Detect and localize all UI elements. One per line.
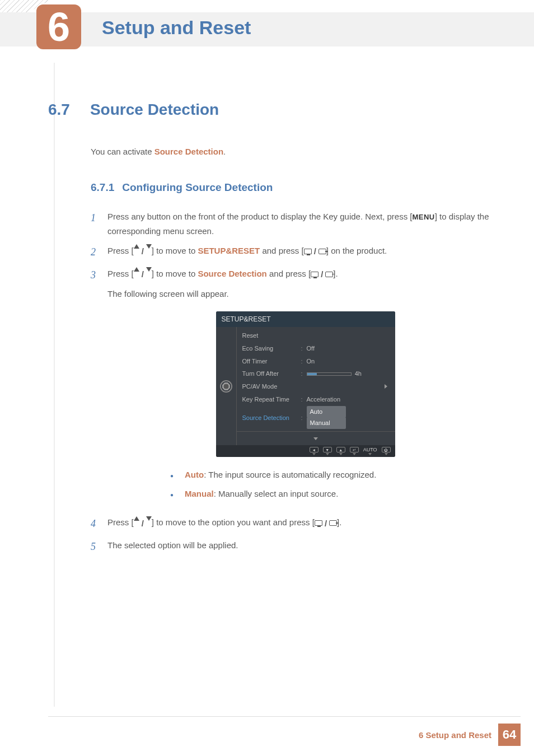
step-4: 4 Press [/] to move to the option you wa… [91, 515, 503, 533]
term-auto: Auto [185, 470, 204, 479]
osd-btn-back: ◄ [310, 447, 318, 455]
page-number: 64 [498, 724, 521, 746]
osd-btn-down: ▼ [323, 447, 332, 455]
step-number: 3 [91, 267, 107, 510]
osd-screenshot: SETUP&RESET Reset Eco Saving:Off Off Tim… [107, 311, 503, 458]
step-number: 5 [91, 538, 107, 556]
footer-chapter-label: 6 Setup and Reset [419, 730, 491, 740]
bullet-manual: ● Manual: Manually select an input sourc… [170, 487, 503, 501]
osd-footer-buttons: ◄ ▼ ▲ ↵ AUTO ⏻ [216, 445, 395, 457]
menu-button-label: MENU [412, 213, 434, 221]
step-number: 2 [91, 244, 107, 261]
page-footer: 6 Setup and Reset 64 [48, 716, 521, 746]
osd-title: SETUP&RESET [216, 311, 395, 327]
intro-paragraph: You can activate Source Detection. [91, 147, 503, 156]
step-list: 1 Press any button on the front of the p… [91, 209, 503, 556]
section-title: Source Detection [90, 101, 219, 118]
osd-option-manual: Manual [307, 417, 346, 429]
step-number: 4 [91, 515, 107, 533]
osd-btn-enter: ↵ [350, 447, 359, 455]
up-down-icon: / [134, 267, 152, 282]
osd-option-auto: Auto [307, 406, 346, 418]
chapter-title: Setup and Reset [102, 17, 251, 39]
step-body: Press [/] to move to the option you want… [107, 515, 503, 533]
osd-row-pcav: PC/AV Mode [237, 380, 395, 393]
step-body: Press [/] to move to SETUP&RESET and pre… [107, 244, 503, 261]
slider-track [307, 372, 352, 376]
subsection-heading: 6.7.1Configuring Source Detection [91, 181, 503, 194]
osd-btn-power: ⏻ [382, 447, 391, 455]
osd-btn-up: ▲ [336, 447, 345, 455]
chapter-number-badge: 6 [36, 4, 81, 49]
step-5: 5 The selected option will be applied. [91, 538, 503, 556]
up-down-icon: / [134, 244, 152, 259]
osd-btn-auto: AUTO [363, 447, 377, 455]
step-3: 3 Press [/] to move to Source Detection … [91, 267, 503, 510]
step-body: The selected option will be applied. [107, 538, 503, 556]
step-1: 1 Press any button on the front of the p… [91, 209, 503, 238]
section-number: 6.7 [48, 101, 70, 118]
osd-row-sourcedetection: Source Detection:AutoManual [237, 405, 395, 430]
subsection-title: Configuring Source Detection [122, 181, 273, 193]
bullet-auto: ● Auto: The input source is automaticall… [170, 468, 503, 482]
main-content: 6.7Source Detection You can activate Sou… [48, 101, 503, 561]
step-2: 2 Press [/] to move to SETUP&RESET and p… [91, 244, 503, 261]
term-source-detection: Source Detection [198, 269, 266, 278]
osd-more-indicator [237, 431, 395, 444]
osd-row-turnoffafter: Turn Off After: 4h [237, 367, 395, 380]
step-body: Press [/] to move to Source Detection an… [107, 267, 503, 510]
term-setup-reset: SETUP&RESET [198, 246, 260, 255]
step-number: 1 [91, 209, 107, 238]
step-body: Press any button on the front of the pro… [107, 209, 503, 238]
section-heading: 6.7Source Detection [48, 101, 503, 119]
osd-row-offtimer: Off Timer:On [237, 355, 395, 368]
source-enter-icon: / [311, 267, 333, 282]
term-manual: Manual [185, 489, 214, 498]
gear-icon [221, 381, 231, 391]
up-down-icon: / [134, 516, 152, 531]
osd-row-eco: Eco Saving:Off [237, 342, 395, 355]
source-enter-icon: / [315, 516, 337, 531]
osd-row-keyrepeat: Key Repeat Time:Acceleration [237, 393, 395, 406]
option-bullets: ● Auto: The input source is automaticall… [170, 468, 503, 501]
osd-row-reset: Reset [237, 329, 395, 342]
term-source-detection: Source Detection [154, 147, 223, 156]
bullet-icon: ● [170, 468, 185, 482]
bullet-icon: ● [170, 487, 185, 501]
chevron-right-icon [385, 384, 387, 389]
subsection-number: 6.7.1 [91, 181, 114, 193]
step-followup: The following screen will appear. [107, 287, 503, 301]
source-enter-icon: / [304, 244, 326, 259]
